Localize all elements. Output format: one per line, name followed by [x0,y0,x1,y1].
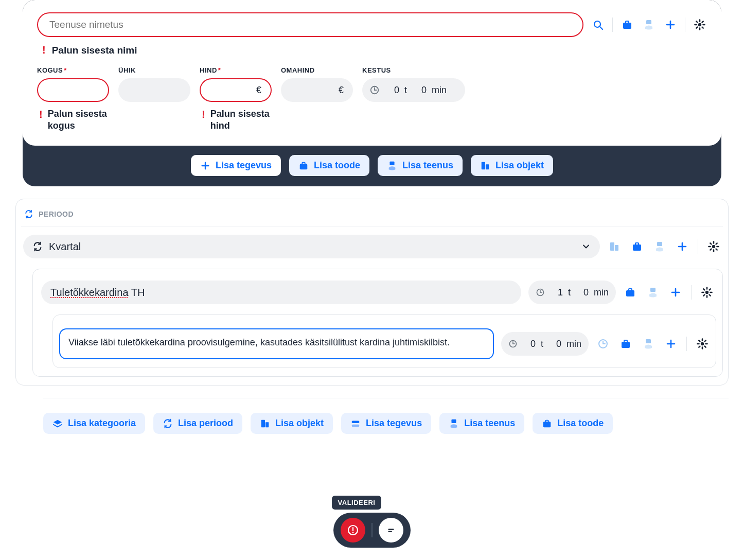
hand-box-icon[interactable] [646,285,660,300]
button-label: Lisa tegevus [366,418,422,429]
hand-box-icon[interactable] [652,239,667,254]
service-panel: ! Palun sisesta nimi KOGUS* ! Palun sise… [23,0,721,146]
period-header: PERIOOD [21,206,723,226]
error-text: Palun sisesta kogus [48,108,109,131]
hind-input[interactable] [210,84,253,96]
add-tegevus-button[interactable]: Lisa tegevus [191,155,281,176]
add-tegevus-button[interactable]: Lisa tegevus [341,413,431,434]
add-teenus-button[interactable]: Lisa teenus [439,413,524,434]
divider [698,239,698,254]
error-text: Palun sisesta hind [210,108,272,131]
hours-unit: t [568,287,571,298]
mins-unit: min [566,339,581,349]
cycle-icon [163,418,173,429]
building-icon [480,161,490,171]
hand-box-icon[interactable] [641,337,656,351]
briefcase-icon[interactable] [618,337,633,351]
uhik-input[interactable] [128,84,181,96]
divider [685,18,685,32]
plus-icon[interactable] [664,337,678,351]
gear-icon[interactable] [695,337,710,351]
item-desc-text: Viiakse läbi tuletõkkekardina proovisulg… [68,337,450,347]
label-uhik: ÜHIK [118,66,136,74]
mins-value: 0 [412,85,427,96]
briefcase-icon[interactable] [620,18,634,32]
error-icon: ! [39,108,43,131]
gear-icon[interactable] [693,18,707,32]
field-kestus: KESTUS 0 t 0 min [362,66,465,131]
hand-box-icon[interactable] [642,18,656,32]
clock-icon [369,85,380,95]
button-label: Lisa teenus [402,160,453,171]
service-card: ! Palun sisesta nimi KOGUS* ! Palun sise… [23,0,721,186]
hand-box-icon [387,161,397,171]
mins-value: 0 [548,339,561,349]
kogus-input[interactable] [47,84,99,96]
period-select[interactable]: Kvartal [23,235,600,258]
briefcase-icon[interactable] [630,239,644,254]
button-label: Lisa periood [178,418,233,429]
field-hind: HIND* € ! Palun sisesta hind [200,66,272,131]
hours-unit: t [541,339,543,349]
briefcase-icon [298,161,309,171]
plus-icon[interactable] [675,239,689,254]
footer-actions: Lisa kategooria Lisa periood Lisa objekt… [43,398,729,434]
divider [612,18,613,32]
hours-unit: t [404,85,407,96]
building-icon [260,418,270,429]
add-toode-button[interactable]: Lisa toode [533,413,613,434]
kestus-input[interactable]: 0 t 0 min [362,78,465,102]
button-label: Lisa kategooria [68,418,136,429]
button-label: Lisa toode [557,418,604,429]
mins-unit: min [594,287,609,298]
plus-icon[interactable] [668,285,683,300]
button-label: Lisa toode [314,160,360,171]
hand-box-icon [449,418,459,429]
button-label: Lisa teenus [464,418,515,429]
add-periood-button[interactable]: Lisa periood [153,413,242,434]
item-title-spell: Tuletõkkekardina [50,287,129,298]
building-icon[interactable] [607,239,622,254]
period-title: PERIOOD [39,210,74,218]
omahind-input[interactable] [290,84,335,96]
field-uhik: ÜHIK [118,66,190,131]
period-item-card: Tuletõkkekardina TH 1 t 0 min [32,269,723,377]
add-objekt-button[interactable]: Lisa objekt [251,413,333,434]
chevron-down-icon [581,242,591,251]
error-icon: ! [42,44,46,56]
add-teenus-button[interactable]: Lisa teenus [378,155,463,176]
briefcase-icon[interactable] [623,285,637,300]
search-icon[interactable] [591,18,605,32]
item-desc-input[interactable]: Viiakse läbi tuletõkkekardina proovisulg… [59,328,494,359]
field-kogus: KOGUS* ! Palun sisesta kogus [37,66,109,131]
mins-value: 0 [576,287,589,298]
gear-icon[interactable] [700,285,714,300]
error-icon: ! [202,108,205,131]
cycle-icon [24,209,33,219]
add-kategooria-button[interactable]: Lisa kategooria [43,413,145,434]
mins-unit: min [432,85,447,96]
currency-suffix: € [339,85,344,96]
hours-value: 1 [550,287,563,298]
plus-icon [200,161,210,171]
gear-icon[interactable] [706,239,721,254]
item-title-rest: TH [129,287,145,298]
button-label: Lisa tegevus [216,160,272,171]
service-name-input[interactable] [37,12,583,37]
add-objekt-button[interactable]: Lisa objekt [471,155,553,176]
plus-icon[interactable] [663,18,678,32]
clock-icon[interactable] [596,337,610,351]
divider [691,285,692,300]
cycle-icon [32,241,43,252]
hours-value: 0 [385,85,399,96]
clock-icon [536,287,545,297]
label-omahind: OMAHIND [281,66,315,74]
desc-duration[interactable]: 0 t 0 min [501,332,589,356]
service-name-error: ! Palun sisesta nimi [42,44,707,56]
item-title-input[interactable]: Tuletõkkekardina TH [41,281,521,304]
add-toode-button[interactable]: Lisa toode [289,155,369,176]
label-kestus: KESTUS [362,66,391,74]
clock-icon [508,339,518,349]
task-icon [350,418,361,429]
item-duration[interactable]: 1 t 0 min [528,281,616,304]
